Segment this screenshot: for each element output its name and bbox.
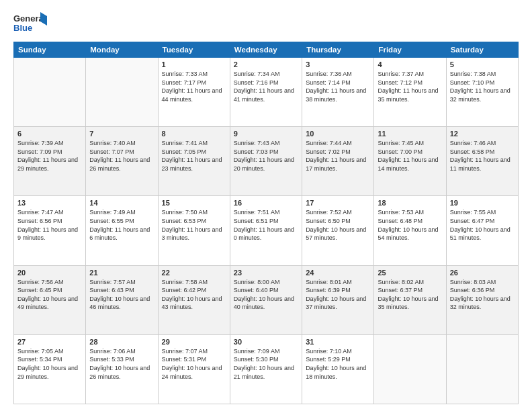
week-row-4: 20Sunrise: 7:56 AM Sunset: 6:45 PM Dayli…: [14, 265, 519, 334]
day-number: 30: [234, 338, 298, 346]
day-number: 19: [450, 199, 515, 207]
day-cell-empty-0-1: [86, 58, 158, 127]
day-cell-21: 21Sunrise: 7:57 AM Sunset: 6:43 PM Dayli…: [86, 265, 158, 334]
day-cell-8: 8Sunrise: 7:41 AM Sunset: 7:05 PM Daylig…: [158, 127, 230, 196]
day-info: Sunrise: 7:43 AM Sunset: 7:03 PM Dayligh…: [234, 139, 298, 173]
day-cell-19: 19Sunrise: 7:55 AM Sunset: 6:47 PM Dayli…: [446, 196, 518, 265]
logo: GeneralBlue: [13, 11, 47, 35]
day-info: Sunrise: 7:38 AM Sunset: 7:10 PM Dayligh…: [450, 70, 515, 103]
day-number: 25: [378, 269, 442, 277]
calendar-table: SundayMondayTuesdayWednesdayThursdayFrid…: [13, 42, 519, 404]
week-row-2: 6Sunrise: 7:39 AM Sunset: 7:09 PM Daylig…: [14, 127, 519, 196]
day-number: 26: [450, 269, 515, 277]
day-cell-9: 9Sunrise: 7:43 AM Sunset: 7:03 PM Daylig…: [230, 127, 302, 196]
day-cell-23: 23Sunrise: 8:00 AM Sunset: 6:40 PM Dayli…: [230, 265, 302, 334]
day-cell-12: 12Sunrise: 7:46 AM Sunset: 6:58 PM Dayli…: [446, 127, 518, 196]
day-cell-31: 31Sunrise: 7:10 AM Sunset: 5:29 PM Dayli…: [302, 334, 374, 404]
day-number: 31: [306, 338, 370, 346]
day-number: 23: [234, 269, 298, 277]
day-cell-26: 26Sunrise: 8:03 AM Sunset: 6:36 PM Dayli…: [446, 265, 518, 334]
day-info: Sunrise: 7:51 AM Sunset: 6:51 PM Dayligh…: [234, 208, 298, 242]
day-number: 5: [450, 60, 515, 68]
day-info: Sunrise: 8:01 AM Sunset: 6:39 PM Dayligh…: [306, 278, 370, 312]
day-info: Sunrise: 7:07 AM Sunset: 5:31 PM Dayligh…: [162, 347, 226, 381]
week-row-5: 27Sunrise: 7:05 AM Sunset: 5:34 PM Dayli…: [14, 334, 519, 404]
day-cell-14: 14Sunrise: 7:49 AM Sunset: 6:55 PM Dayli…: [86, 196, 158, 265]
day-number: 7: [89, 130, 154, 138]
weekday-header-wednesday: Wednesday: [230, 42, 302, 58]
day-cell-27: 27Sunrise: 7:05 AM Sunset: 5:34 PM Dayli…: [14, 334, 86, 404]
day-cell-empty-4-6: [446, 334, 518, 404]
day-info: Sunrise: 7:33 AM Sunset: 7:17 PM Dayligh…: [162, 70, 226, 103]
weekday-header-tuesday: Tuesday: [158, 42, 230, 58]
day-number: 11: [378, 130, 442, 138]
day-number: 9: [234, 130, 298, 138]
day-info: Sunrise: 7:58 AM Sunset: 6:42 PM Dayligh…: [162, 278, 226, 312]
page: GeneralBlue SundayMondayTuesdayWednesday…: [0, 0, 532, 411]
day-number: 13: [17, 199, 82, 207]
day-info: Sunrise: 7:44 AM Sunset: 7:02 PM Dayligh…: [306, 139, 370, 173]
day-info: Sunrise: 7:45 AM Sunset: 7:00 PM Dayligh…: [378, 139, 442, 173]
weekday-header-row: SundayMondayTuesdayWednesdayThursdayFrid…: [14, 42, 519, 58]
day-number: 29: [162, 338, 226, 346]
day-number: 22: [162, 269, 226, 277]
day-info: Sunrise: 7:05 AM Sunset: 5:34 PM Dayligh…: [17, 347, 82, 381]
day-cell-6: 6Sunrise: 7:39 AM Sunset: 7:09 PM Daylig…: [14, 127, 86, 196]
day-cell-25: 25Sunrise: 8:02 AM Sunset: 6:37 PM Dayli…: [374, 265, 446, 334]
day-info: Sunrise: 8:03 AM Sunset: 6:36 PM Dayligh…: [450, 278, 515, 312]
day-info: Sunrise: 7:53 AM Sunset: 6:48 PM Dayligh…: [378, 208, 442, 242]
weekday-header-sunday: Sunday: [14, 42, 86, 58]
day-info: Sunrise: 7:41 AM Sunset: 7:05 PM Dayligh…: [162, 139, 226, 173]
day-cell-13: 13Sunrise: 7:47 AM Sunset: 6:56 PM Dayli…: [14, 196, 86, 265]
day-info: Sunrise: 8:00 AM Sunset: 6:40 PM Dayligh…: [234, 278, 298, 312]
day-info: Sunrise: 7:50 AM Sunset: 6:53 PM Dayligh…: [162, 208, 226, 242]
day-number: 17: [306, 199, 370, 207]
weekday-header-thursday: Thursday: [302, 42, 374, 58]
weekday-header-friday: Friday: [374, 42, 446, 58]
day-cell-11: 11Sunrise: 7:45 AM Sunset: 7:00 PM Dayli…: [374, 127, 446, 196]
svg-marker-2: [40, 12, 47, 26]
day-info: Sunrise: 7:10 AM Sunset: 5:29 PM Dayligh…: [306, 347, 370, 381]
day-number: 14: [89, 199, 154, 207]
day-info: Sunrise: 7:46 AM Sunset: 6:58 PM Dayligh…: [450, 139, 515, 173]
day-cell-18: 18Sunrise: 7:53 AM Sunset: 6:48 PM Dayli…: [374, 196, 446, 265]
day-number: 4: [378, 60, 442, 68]
day-cell-5: 5Sunrise: 7:38 AM Sunset: 7:10 PM Daylig…: [446, 58, 518, 127]
day-number: 20: [17, 269, 82, 277]
day-number: 27: [17, 338, 82, 346]
day-cell-1: 1Sunrise: 7:33 AM Sunset: 7:17 PM Daylig…: [158, 58, 230, 127]
day-cell-empty-0-0: [14, 58, 86, 127]
day-info: Sunrise: 7:09 AM Sunset: 5:30 PM Dayligh…: [234, 347, 298, 381]
day-cell-2: 2Sunrise: 7:34 AM Sunset: 7:16 PM Daylig…: [230, 58, 302, 127]
day-number: 10: [306, 130, 370, 138]
day-number: 2: [234, 60, 298, 68]
day-number: 21: [89, 269, 154, 277]
logo-svg: GeneralBlue: [13, 11, 47, 35]
day-cell-30: 30Sunrise: 7:09 AM Sunset: 5:30 PM Dayli…: [230, 334, 302, 404]
day-cell-17: 17Sunrise: 7:52 AM Sunset: 6:50 PM Dayli…: [302, 196, 374, 265]
day-cell-empty-4-5: [374, 334, 446, 404]
header: GeneralBlue: [13, 11, 519, 35]
day-cell-3: 3Sunrise: 7:36 AM Sunset: 7:14 PM Daylig…: [302, 58, 374, 127]
week-row-3: 13Sunrise: 7:47 AM Sunset: 6:56 PM Dayli…: [14, 196, 519, 265]
day-info: Sunrise: 7:06 AM Sunset: 5:33 PM Dayligh…: [89, 347, 154, 381]
weekday-header-monday: Monday: [86, 42, 158, 58]
day-info: Sunrise: 7:57 AM Sunset: 6:43 PM Dayligh…: [89, 278, 154, 312]
day-number: 28: [89, 338, 154, 346]
day-info: Sunrise: 7:37 AM Sunset: 7:12 PM Dayligh…: [378, 70, 442, 103]
day-info: Sunrise: 7:40 AM Sunset: 7:07 PM Dayligh…: [89, 139, 154, 173]
day-number: 24: [306, 269, 370, 277]
day-cell-10: 10Sunrise: 7:44 AM Sunset: 7:02 PM Dayli…: [302, 127, 374, 196]
day-info: Sunrise: 7:55 AM Sunset: 6:47 PM Dayligh…: [450, 208, 515, 242]
day-cell-16: 16Sunrise: 7:51 AM Sunset: 6:51 PM Dayli…: [230, 196, 302, 265]
day-cell-20: 20Sunrise: 7:56 AM Sunset: 6:45 PM Dayli…: [14, 265, 86, 334]
day-cell-22: 22Sunrise: 7:58 AM Sunset: 6:42 PM Dayli…: [158, 265, 230, 334]
day-number: 18: [378, 199, 442, 207]
day-number: 15: [162, 199, 226, 207]
day-info: Sunrise: 7:39 AM Sunset: 7:09 PM Dayligh…: [17, 139, 82, 173]
day-info: Sunrise: 7:36 AM Sunset: 7:14 PM Dayligh…: [306, 70, 370, 103]
svg-text:Blue: Blue: [13, 23, 32, 33]
week-row-1: 1Sunrise: 7:33 AM Sunset: 7:17 PM Daylig…: [14, 58, 519, 127]
day-number: 12: [450, 130, 515, 138]
day-cell-24: 24Sunrise: 8:01 AM Sunset: 6:39 PM Dayli…: [302, 265, 374, 334]
